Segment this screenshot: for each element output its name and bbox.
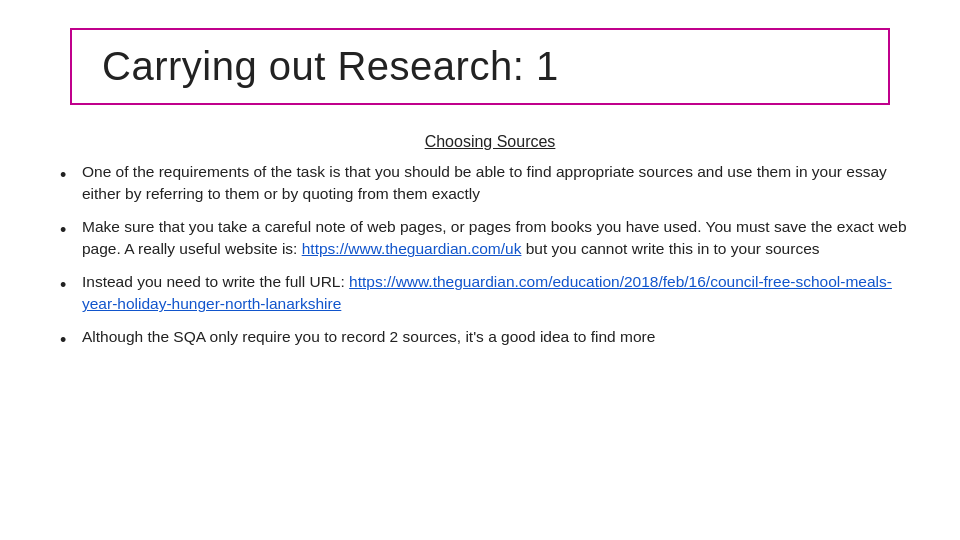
list-item: • Instead you need to write the full URL… bbox=[60, 271, 920, 316]
bullet-text-2: Make sure that you take a careful note o… bbox=[82, 216, 920, 261]
title-wrapper: Carrying out Research: 1 bbox=[60, 28, 900, 123]
bullet-text-3: Instead you need to write the full URL: … bbox=[82, 271, 920, 316]
guardian-uk-link[interactable]: https://www.theguardian.com/uk bbox=[302, 240, 522, 257]
bullet-dot: • bbox=[60, 217, 82, 243]
guardian-full-link[interactable]: https://www.theguardian.com/education/20… bbox=[82, 273, 892, 312]
bullet-dot: • bbox=[60, 272, 82, 298]
title-box: Carrying out Research: 1 bbox=[70, 28, 890, 105]
slide-container: Carrying out Research: 1 Choosing Source… bbox=[0, 0, 960, 540]
list-item: • Although the SQA only require you to r… bbox=[60, 326, 920, 353]
bullet-text-4: Although the SQA only require you to rec… bbox=[82, 326, 920, 348]
list-item: • Make sure that you take a careful note… bbox=[60, 216, 920, 261]
bullet-text-1: One of the requirements of the task is t… bbox=[82, 161, 920, 206]
bullet-list: • One of the requirements of the task is… bbox=[60, 161, 920, 363]
bullet-dot: • bbox=[60, 327, 82, 353]
list-item: • One of the requirements of the task is… bbox=[60, 161, 920, 206]
bullet-dot: • bbox=[60, 162, 82, 188]
subtitle: Choosing Sources bbox=[60, 133, 920, 151]
slide-title: Carrying out Research: 1 bbox=[102, 44, 559, 88]
content-area: Choosing Sources • One of the requiremen… bbox=[60, 133, 920, 363]
